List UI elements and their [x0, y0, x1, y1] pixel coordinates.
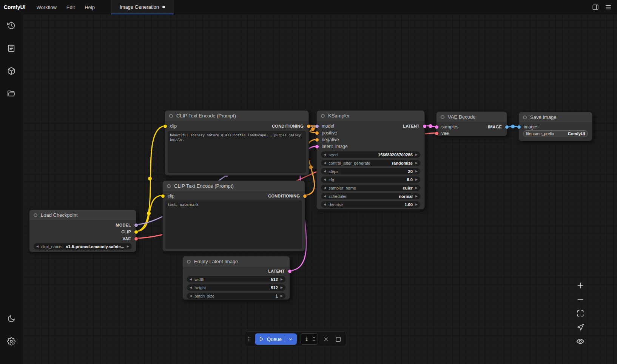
scheduler-widget[interactable]: ◀ scheduler normal ▶ [321, 193, 420, 199]
link-midpoint-dot[interactable] [309, 165, 313, 169]
latent-image-input-dot[interactable] [315, 145, 319, 148]
filename-prefix-widget[interactable]: filename_prefix ComfyUI [523, 130, 588, 137]
node-titlebar[interactable]: Empty Latent Image [183, 256, 290, 267]
increment-arrow-icon[interactable]: ▶ [415, 187, 418, 190]
fit-view-icon[interactable] [576, 309, 585, 318]
increment-arrow-icon[interactable]: ▶ [127, 245, 129, 248]
height-widget[interactable]: ◀ height 512 ▶ [187, 284, 285, 291]
collapse-dot[interactable] [321, 114, 325, 118]
control-after-generate-widget[interactable]: ◀ control_after_generate randomize ▶ [321, 160, 420, 166]
prompt-textarea[interactable]: text, watermark [165, 201, 302, 249]
increment-arrow-icon[interactable]: ▶ [415, 170, 418, 173]
history-icon[interactable] [3, 17, 20, 34]
decrement-arrow-icon[interactable]: ◀ [324, 162, 326, 165]
collapse-dot[interactable] [167, 184, 171, 188]
cancel-button[interactable] [322, 333, 330, 345]
menu-help[interactable]: Help [80, 0, 100, 14]
increment-arrow-icon[interactable]: ▶ [415, 203, 418, 206]
batch-count-input[interactable]: 1 [301, 333, 318, 345]
images-input-dot[interactable] [517, 125, 521, 129]
decrement-arrow-icon[interactable]: ◀ [324, 203, 326, 206]
zoom-in-icon[interactable] [576, 281, 585, 290]
clip-input-dot[interactable] [161, 194, 165, 198]
node-save-image[interactable]: Save Image images filename_prefix ComfyU… [518, 112, 592, 141]
conditioning-output-dot[interactable] [307, 125, 310, 128]
batch-size-widget[interactable]: ◀ batch_size 1 ▶ [187, 293, 285, 299]
increment-arrow-icon[interactable]: ▶ [415, 195, 418, 198]
node-vae-decode[interactable]: VAE Decode samples IMAGE vae [436, 111, 507, 136]
prompt-textarea[interactable]: beautiful scenery nature glass bottle la… [168, 131, 306, 173]
collapse-dot[interactable] [187, 260, 191, 264]
decrement-arrow-icon[interactable]: ◀ [36, 245, 39, 248]
theme-toggle-icon[interactable] [3, 310, 20, 327]
stop-button[interactable] [334, 333, 342, 345]
toggle-visibility-icon[interactable] [576, 337, 585, 346]
increment-arrow-icon[interactable]: ▶ [281, 278, 283, 281]
node-clip-text-encode-negative[interactable]: CLIP Text Encode (Prompt) clip CONDITION… [162, 180, 305, 251]
node-ksampler[interactable]: KSampler model LATENT positive negative … [316, 110, 425, 210]
steps-widget[interactable]: ◀ steps 20 ▶ [321, 168, 420, 174]
link-midpoint-dot[interactable] [148, 177, 152, 180]
link-midpoint-dot[interactable] [429, 124, 432, 128]
chevron-down-icon[interactable] [288, 337, 293, 342]
drag-handle-icon[interactable] [247, 336, 251, 342]
denoise-widget[interactable]: ◀ denoise 1.00 ▶ [321, 201, 420, 208]
model-input-dot[interactable] [315, 125, 319, 128]
menu-icon[interactable] [605, 4, 612, 11]
chevron-down-icon[interactable] [312, 339, 316, 342]
chevron-up-icon[interactable] [312, 336, 316, 339]
tab-image-generation[interactable]: Image Generation [111, 0, 174, 14]
menu-workflow[interactable]: Workflow [32, 0, 62, 14]
select-mode-icon[interactable] [576, 323, 585, 332]
decrement-arrow-icon[interactable]: ◀ [190, 278, 192, 281]
image-output-dot[interactable] [505, 125, 509, 129]
menu-edit[interactable]: Edit [62, 0, 80, 14]
decrement-arrow-icon[interactable]: ◀ [324, 153, 326, 156]
decrement-arrow-icon[interactable]: ◀ [324, 170, 326, 173]
node-load-checkpoint[interactable]: Load Checkpoint MODEL CLIP VAE ◀ ckpt_na… [29, 210, 136, 252]
node-titlebar[interactable]: Save Image [519, 112, 592, 122]
increment-arrow-icon[interactable]: ▶ [281, 295, 283, 298]
increment-arrow-icon[interactable]: ▶ [415, 178, 418, 181]
model-output-dot[interactable] [134, 224, 138, 227]
node-titlebar[interactable]: VAE Decode [437, 112, 507, 122]
node-titlebar[interactable]: CLIP Text Encode (Prompt) [165, 111, 308, 121]
node-empty-latent-image[interactable]: Empty Latent Image LATENT ◀ width 512 ▶ … [182, 256, 290, 300]
workflows-icon[interactable] [3, 85, 20, 102]
decrement-arrow-icon[interactable]: ◀ [190, 286, 192, 289]
width-widget[interactable]: ◀ width 512 ▶ [187, 276, 285, 282]
node-titlebar[interactable]: Load Checkpoint [29, 210, 136, 220]
panel-toggle-icon[interactable] [592, 4, 599, 11]
increment-arrow-icon[interactable]: ▶ [415, 162, 418, 165]
collapse-dot[interactable] [441, 115, 444, 119]
collapse-dot[interactable] [523, 116, 527, 119]
link-midpoint-dot[interactable] [511, 125, 515, 128]
node-titlebar[interactable]: CLIP Text Encode (Prompt) [163, 181, 305, 191]
sampler-name-widget[interactable]: ◀ sampler_name euler ▶ [321, 185, 420, 191]
latent-output-dot[interactable] [423, 125, 426, 128]
node-clip-text-encode-positive[interactable]: CLIP Text Encode (Prompt) clip CONDITION… [165, 110, 309, 176]
decrement-arrow-icon[interactable]: ◀ [324, 195, 326, 198]
zoom-out-icon[interactable] [576, 295, 585, 304]
batch-count-steppers[interactable] [312, 336, 318, 342]
clip-input-dot[interactable] [164, 125, 167, 128]
node-titlebar[interactable]: KSampler [317, 111, 424, 121]
collapse-dot[interactable] [34, 213, 37, 217]
samples-input-dot[interactable] [435, 125, 438, 129]
settings-icon[interactable] [3, 333, 20, 350]
collapse-dot[interactable] [169, 114, 173, 118]
link-midpoint-dot[interactable] [147, 211, 151, 215]
ckpt-name-widget[interactable]: ◀ ckpt_name v1-5-pruned-emaonly.safete..… [34, 243, 132, 250]
link-midpoint-dot[interactable] [311, 127, 315, 131]
increment-arrow-icon[interactable]: ▶ [415, 153, 418, 156]
node-graph-canvas[interactable]: CLIP Text Encode (Prompt) clip CONDITION… [23, 14, 617, 364]
seed-widget[interactable]: ◀ seed 156680208700286 ▶ [321, 151, 420, 158]
clip-output-dot[interactable] [134, 230, 138, 234]
decrement-arrow-icon[interactable]: ◀ [324, 187, 326, 190]
decrement-arrow-icon[interactable]: ◀ [324, 178, 326, 181]
latent-output-dot[interactable] [288, 270, 292, 273]
model-library-icon[interactable] [3, 63, 20, 79]
queue-button[interactable]: Queue [255, 333, 297, 345]
positive-input-dot[interactable] [315, 131, 319, 135]
increment-arrow-icon[interactable]: ▶ [281, 286, 283, 289]
